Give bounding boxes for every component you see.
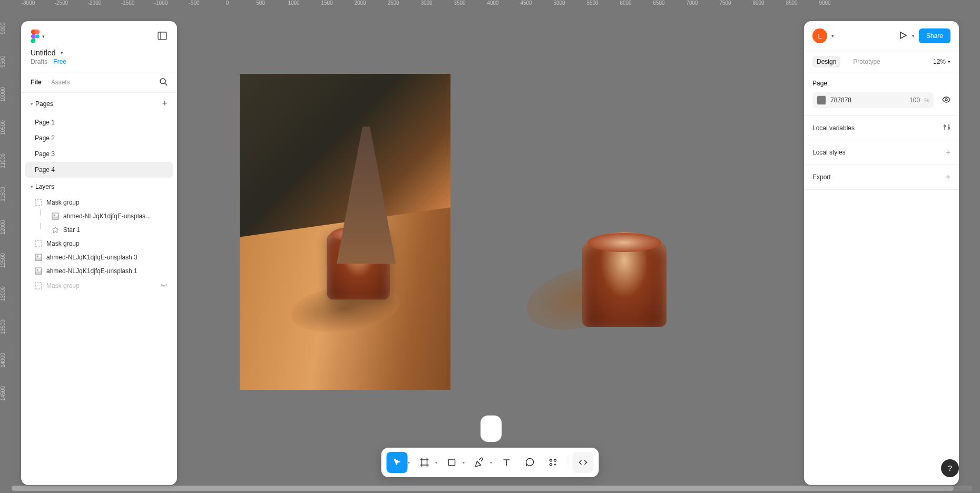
layer-item[interactable]: Star 1 bbox=[21, 223, 177, 237]
svg-line-4 bbox=[165, 83, 167, 85]
mask-icon bbox=[35, 199, 42, 206]
text-tool[interactable] bbox=[496, 452, 517, 473]
svg-point-18 bbox=[945, 99, 947, 101]
plus-icon: + bbox=[946, 172, 950, 182]
layer-item[interactable]: Mask group bbox=[21, 196, 177, 209]
actions-tool[interactable] bbox=[543, 452, 564, 473]
visibility-icon[interactable] bbox=[942, 95, 950, 105]
svg-point-22 bbox=[948, 128, 950, 129]
layer-item[interactable]: Mask group bbox=[21, 278, 177, 293]
page-item[interactable]: Page 3 bbox=[21, 146, 177, 162]
help-button[interactable]: ? bbox=[941, 459, 959, 477]
canvas-white-shape[interactable] bbox=[481, 415, 502, 442]
export-row[interactable]: Export + bbox=[804, 165, 959, 190]
shape-tool[interactable] bbox=[442, 452, 463, 473]
layer-name: Mask group bbox=[46, 282, 80, 289]
layer-name: Mask group bbox=[46, 240, 80, 247]
tab-prototype[interactable]: Prototype bbox=[849, 56, 884, 67]
layers-header[interactable]: ▾ Layers bbox=[21, 178, 177, 196]
separator bbox=[568, 456, 569, 469]
chevron-down-icon: ▾ bbox=[42, 34, 45, 39]
svg-point-21 bbox=[944, 125, 946, 127]
chevron-down-icon[interactable]: ▾ bbox=[831, 33, 834, 38]
svg-rect-27 bbox=[449, 459, 455, 466]
page-item[interactable]: Page 4 bbox=[25, 162, 173, 178]
image-icon bbox=[35, 254, 42, 261]
toolbar: ▾ ▾ ▾ ▾ bbox=[381, 448, 599, 477]
ruler-horizontal: -3000-2500-2000-1500-1000-50005001000150… bbox=[12, 0, 980, 12]
plan-badge[interactable]: Free bbox=[53, 58, 66, 65]
color-swatch bbox=[817, 95, 826, 105]
svg-point-30 bbox=[550, 459, 552, 461]
present-icon[interactable] bbox=[898, 31, 908, 41]
user-avatar[interactable]: L bbox=[812, 28, 827, 43]
svg-point-7 bbox=[54, 215, 55, 216]
mask-icon bbox=[35, 240, 42, 247]
svg-marker-17 bbox=[900, 32, 906, 38]
layer-item[interactable]: ahmed-NLJqK1djfqE-unsplas... bbox=[21, 209, 177, 223]
local-variables-row[interactable]: Local variables bbox=[804, 116, 959, 140]
comment-tool[interactable] bbox=[520, 452, 541, 473]
canvas-image-full[interactable] bbox=[240, 74, 450, 390]
tab-design[interactable]: Design bbox=[812, 56, 840, 67]
add-page-icon[interactable]: + bbox=[162, 98, 168, 109]
svg-point-3 bbox=[160, 79, 165, 84]
dev-mode-tool[interactable] bbox=[573, 452, 594, 473]
horizontal-scrollbar[interactable] bbox=[12, 486, 973, 491]
search-icon[interactable] bbox=[159, 78, 168, 87]
share-button[interactable]: Share bbox=[919, 28, 950, 43]
chevron-down-icon[interactable]: ▾ bbox=[435, 460, 439, 465]
pages-label: Pages bbox=[35, 100, 53, 108]
frame-tool[interactable] bbox=[414, 452, 435, 473]
layer-item[interactable]: ahmed-NLJqK1djfqE-unsplash 3 bbox=[21, 250, 177, 264]
canvas-image-masked[interactable] bbox=[530, 224, 677, 340]
zoom-level[interactable]: 12% ▾ bbox=[933, 58, 950, 65]
chevron-down-icon[interactable]: ▾ bbox=[490, 460, 494, 465]
panel-toggle-icon[interactable] bbox=[157, 31, 168, 42]
hidden-icon[interactable] bbox=[160, 281, 168, 290]
image-icon bbox=[35, 267, 42, 275]
svg-point-0 bbox=[35, 34, 40, 38]
svg-line-16 bbox=[166, 285, 166, 286]
chevron-down-icon[interactable]: ▾ bbox=[61, 50, 63, 55]
ruler-vertical: 9000950010000105001100011500120001250013… bbox=[0, 12, 12, 493]
pct-label: % bbox=[924, 97, 929, 103]
move-tool[interactable] bbox=[387, 452, 408, 473]
glass bbox=[327, 226, 390, 299]
layer-name: ahmed-NLJqK1djfqE-unsplash 3 bbox=[46, 254, 138, 261]
file-location[interactable]: Drafts bbox=[31, 58, 47, 65]
local-styles-row[interactable]: Local styles + bbox=[804, 140, 959, 165]
pages-header[interactable]: ▾ Pages + bbox=[21, 93, 177, 114]
star-icon bbox=[52, 226, 59, 234]
layer-name: Mask group bbox=[46, 199, 80, 206]
figma-menu[interactable]: ▾ bbox=[31, 30, 45, 43]
settings-icon bbox=[943, 123, 950, 132]
svg-rect-8 bbox=[35, 240, 42, 247]
chevron-down-icon[interactable]: ▾ bbox=[463, 460, 467, 465]
page-item[interactable]: Page 1 bbox=[21, 114, 177, 130]
color-hex: 787878 bbox=[830, 96, 905, 104]
scrollbar-thumb[interactable] bbox=[12, 486, 954, 491]
chevron-down-icon[interactable]: ▾ bbox=[408, 460, 412, 465]
tab-assets[interactable]: Assets bbox=[51, 79, 70, 86]
page-background-color[interactable]: 787878 100 % bbox=[812, 92, 934, 108]
mask-icon bbox=[35, 282, 42, 289]
file-title[interactable]: Untitled bbox=[31, 49, 55, 57]
chevron-down-icon: ▾ bbox=[31, 184, 33, 189]
layer-name: ahmed-NLJqK1djfqE-unsplash 1 bbox=[46, 267, 138, 275]
layers-label: Layers bbox=[35, 183, 54, 190]
layer-item[interactable]: Mask group bbox=[21, 237, 177, 250]
layer-name: ahmed-NLJqK1djfqE-unsplas... bbox=[63, 212, 151, 220]
layer-item[interactable]: ahmed-NLJqK1djfqE-unsplash 1 bbox=[21, 264, 177, 278]
tab-file[interactable]: File bbox=[31, 79, 42, 86]
chevron-down-icon[interactable]: ▾ bbox=[912, 33, 915, 38]
page-item[interactable]: Page 2 bbox=[21, 130, 177, 146]
svg-rect-1 bbox=[158, 32, 166, 40]
plus-icon: + bbox=[946, 148, 950, 157]
pen-tool[interactable] bbox=[469, 452, 490, 473]
svg-point-32 bbox=[550, 463, 552, 466]
page-section-title: Page bbox=[812, 80, 950, 87]
svg-line-14 bbox=[161, 285, 162, 286]
svg-rect-5 bbox=[35, 199, 42, 206]
left-panel: ▾ Untitled ▾ Drafts Free File Assets ▾ P… bbox=[21, 21, 177, 485]
